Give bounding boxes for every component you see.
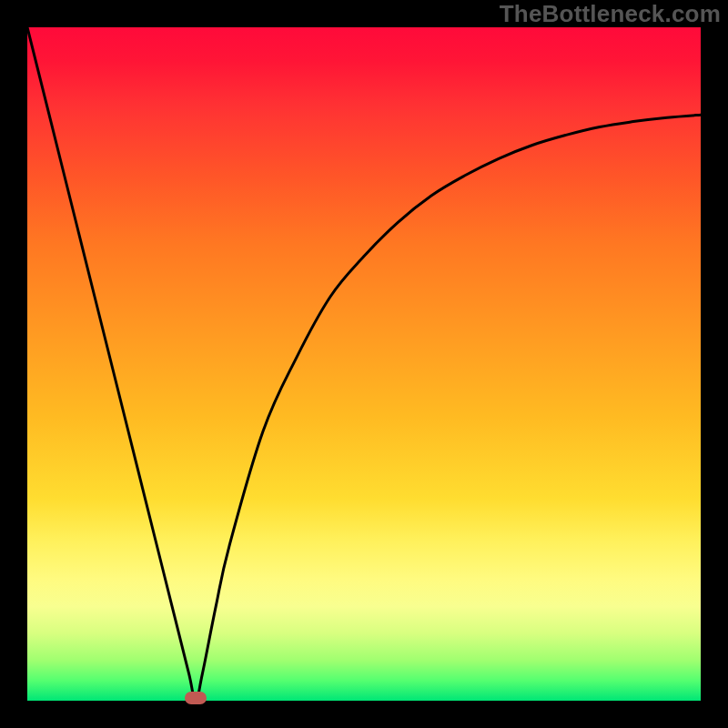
curve-svg xyxy=(27,27,701,701)
bottleneck-curve-path xyxy=(27,27,701,701)
chart-frame: TheBottleneck.com xyxy=(0,0,728,728)
minimum-marker xyxy=(185,692,207,704)
plot-area xyxy=(27,27,701,701)
watermark-text: TheBottleneck.com xyxy=(500,0,721,28)
